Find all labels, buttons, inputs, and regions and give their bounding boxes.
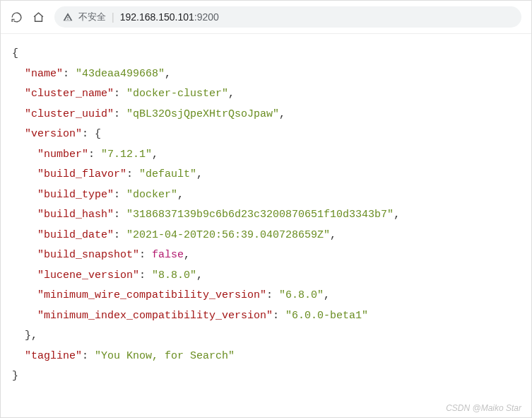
key-tagline: "tagline" <box>25 350 82 362</box>
val-cluster-name: "docker-cluster" <box>126 88 228 100</box>
val-build-date: "2021-04-20T20:56:39.040728659Z" <box>126 229 330 241</box>
browser-toolbar: 不安全 | 192.168.150.101:9200 <box>1 1 531 34</box>
key-build-date: "build_date" <box>37 229 114 241</box>
url-host: 192.168.150.101 <box>120 11 194 23</box>
url-text: 192.168.150.101:9200 <box>120 11 219 23</box>
insecure-label: 不安全 <box>78 11 106 23</box>
key-min-index: "minimum_index_compatibility_version" <box>37 310 273 322</box>
watermark: CSDN @Maiko Star <box>446 403 521 413</box>
val-tagline: "You Know, for Search" <box>95 350 235 362</box>
val-build-flavor: "default" <box>139 168 196 180</box>
reload-icon[interactable] <box>11 11 23 23</box>
val-build-hash: "3186837139b9c6b6d23c3200870651f10d3343b… <box>126 209 394 221</box>
address-bar[interactable]: 不安全 | 192.168.150.101:9200 <box>54 6 521 28</box>
home-icon[interactable] <box>32 11 45 23</box>
key-build-hash: "build_hash" <box>37 209 114 221</box>
key-number: "number" <box>37 149 88 161</box>
key-name: "name" <box>25 68 63 80</box>
val-number: "7.12.1" <box>101 149 152 161</box>
val-build-type: "docker" <box>126 189 177 201</box>
divider: | <box>112 11 114 23</box>
key-build-snapshot: "build_snapshot" <box>37 249 139 261</box>
val-lucene-version: "8.8.0" <box>152 269 196 281</box>
key-build-flavor: "build_flavor" <box>37 168 126 180</box>
url-port: :9200 <box>194 11 219 23</box>
brace-open: { <box>12 47 18 59</box>
key-version: "version" <box>25 128 82 140</box>
key-lucene-version: "lucene_version" <box>37 269 139 281</box>
val-min-index: "6.0.0-beta1" <box>285 310 368 322</box>
json-response: { "name": "43deaa499668", "cluster_name"… <box>1 34 531 398</box>
val-name: "43deaa499668" <box>76 68 165 80</box>
val-build-snapshot: false <box>152 249 184 261</box>
brace-close: } <box>12 370 18 382</box>
key-build-type: "build_type" <box>37 189 114 201</box>
warning-icon <box>63 12 73 22</box>
key-cluster-name: "cluster_name" <box>25 88 114 100</box>
val-min-wire: "6.8.0" <box>279 289 324 301</box>
val-cluster-uuid: "qBL32OsjQpeXHtrQsoJpaw" <box>126 108 279 120</box>
key-min-wire: "minimum_wire_compatibility_version" <box>37 289 266 301</box>
key-cluster-uuid: "cluster_uuid" <box>25 108 114 120</box>
